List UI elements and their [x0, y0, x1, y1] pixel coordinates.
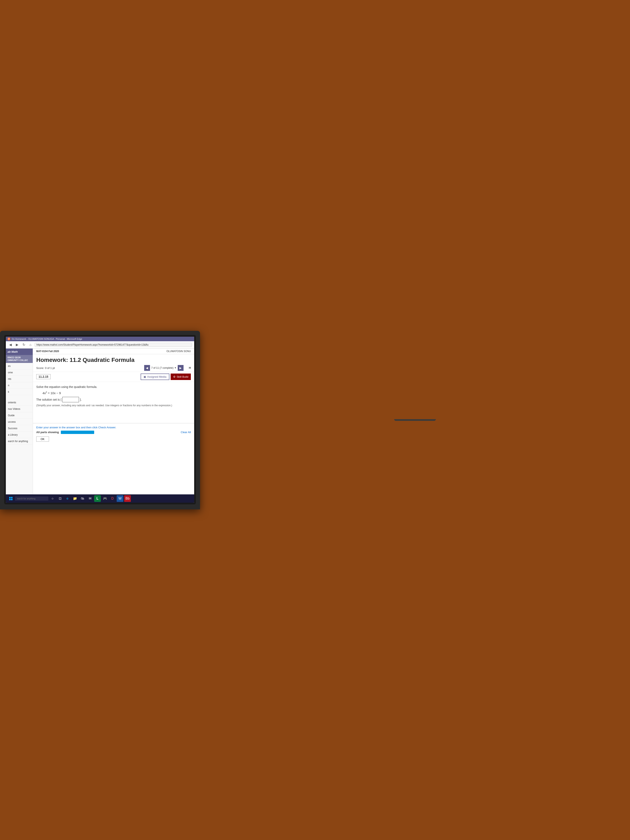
progress-dropdown[interactable]: ▼	[174, 367, 177, 369]
sidebar-item-uccess[interactable]: uccess	[6, 419, 33, 425]
taskbar: ○ ⊡ e 📁 🛍 ✉ L 🎮 D W Bb	[6, 494, 194, 503]
taskbar-bb-icon[interactable]: Bb	[124, 495, 131, 502]
solution-prefix: The solution set is {	[36, 398, 62, 401]
hint-text: (Simplify your answer, including any rad…	[36, 404, 191, 407]
score-value: 0 of 1 pt	[45, 366, 55, 369]
progress-text: 7 of 11 (7 complete) ▼	[151, 366, 177, 369]
parts-label: All parts showing	[36, 431, 59, 434]
refresh-button[interactable]: ↻	[21, 342, 26, 347]
laptop-stand	[394, 419, 436, 421]
taskbar-taskview-icon[interactable]: ⊡	[57, 495, 63, 502]
sidebar-item-ome[interactable]: ome	[6, 369, 33, 376]
taskbar-cortana-icon[interactable]: ○	[49, 495, 56, 502]
content-area: MAT-0104 Fall 2020 OLUWATOSIN SONU Homew…	[33, 349, 194, 494]
taskbar-word-icon[interactable]: W	[117, 495, 123, 502]
skill-icon: ⚙	[173, 375, 175, 378]
clear-all-button[interactable]: Clear All	[181, 431, 191, 434]
sidebar-item-library[interactable]: a Library	[6, 432, 33, 438]
progress-bar	[61, 431, 94, 434]
sidebar-item-contents[interactable]: ontents	[6, 399, 33, 406]
sidebar-school: RINCE GEOR OMMUNITY COLLEC	[6, 355, 33, 363]
taskbar-l-icon[interactable]: L	[94, 495, 101, 502]
school-line1: RINCE GEOR	[8, 356, 31, 359]
start-button[interactable]	[8, 495, 14, 502]
content-header: MAT-0104 Fall 2020 OLUWATOSIN SONU	[33, 349, 194, 354]
taskbar-mail-icon[interactable]: ✉	[87, 495, 93, 502]
course-title: MAT-0104 Fall 2020	[36, 350, 59, 353]
sidebar-item-nts[interactable]: nts	[6, 376, 33, 382]
answer-instruction: Enter your answer in the answer box and …	[36, 426, 191, 429]
question-content: Solve the equation using the quadratic f…	[33, 382, 194, 411]
question-instruction: Solve the equation using the quadratic f…	[36, 385, 191, 388]
score-display: Score: 0 of 1 pt	[36, 366, 55, 370]
solution-suffix: }.	[80, 398, 82, 401]
sidebar-item-es[interactable]: es	[6, 363, 33, 369]
user-name: OLUWATOSIN SONU	[166, 350, 191, 353]
action-buttons: ▣ Assigned Media ⚙ Skill Build	[141, 374, 191, 380]
assigned-media-button[interactable]: ▣ Assigned Media	[141, 374, 169, 380]
sidebar-item-n[interactable]: n	[6, 382, 33, 389]
sidebar-item-success[interactable]: Success	[6, 425, 33, 432]
browser-title: Do Homework - OLUWATOSIN SONUGA - Person…	[12, 338, 82, 340]
browser-titlebar: P Do Homework - OLUWATOSIN SONUGA - Pers…	[6, 337, 194, 341]
sidebar-item-guide[interactable]: Guide	[6, 412, 33, 419]
homework-title: Homework: 11.2 Quadratic Formula	[33, 354, 194, 364]
skill-build-button[interactable]: ⚙ Skill Build	[171, 374, 191, 380]
main-layout: ab Math RINCE GEOR OMMUNITY COLLEC es om…	[6, 349, 194, 494]
forward-button[interactable]: ▶	[14, 342, 20, 347]
taskbar-explorer-icon[interactable]: 📁	[72, 495, 78, 502]
back-button[interactable]: ◀	[8, 342, 13, 347]
score-nav-row: Score: 0 of 1 pt ◀ 7 of 11 (7 complete) …	[33, 364, 194, 372]
parts-row: All parts showing Clear All	[36, 431, 191, 434]
question-number: 11.2.15	[36, 374, 51, 379]
taskbar-store-icon[interactable]: 🛍	[79, 495, 86, 502]
question-header-row: 11.2.15 ▣ Assigned Media ⚙ Skill Build	[33, 372, 194, 382]
school-line2: OMMUNITY COLLEC	[8, 359, 31, 362]
sidebar-spacer	[6, 395, 33, 399]
taskbar-edge-icon[interactable]: e	[64, 495, 71, 502]
browser-favicon: P	[8, 338, 10, 340]
score-label: Score:	[36, 366, 44, 369]
answer-input-box[interactable]	[62, 397, 79, 402]
browser-addressbar: ◀ ▶ ↻ ⌂ https://www.mathxl.com/Student/P…	[6, 341, 194, 349]
sidebar-item-videos[interactable]: nus Videos	[6, 406, 33, 412]
media-icon: ▣	[144, 375, 146, 378]
taskbar-game-icon[interactable]: 🎮	[102, 495, 108, 502]
prev-question-button[interactable]: ◀	[144, 365, 150, 371]
help-button[interactable]: H	[189, 366, 191, 369]
taskbar-d-icon[interactable]: D	[109, 495, 116, 502]
answer-area: Enter your answer in the answer box and …	[33, 423, 194, 444]
equation: 4x2 = 10x − 9	[43, 391, 191, 395]
sidebar: ab Math RINCE GEOR OMMUNITY COLLEC es om…	[6, 349, 33, 494]
sidebar-item-search[interactable]: earch for anything	[6, 438, 33, 445]
sidebar-logo: ab Math	[6, 349, 33, 355]
solution-row: The solution set is { }.	[36, 397, 191, 402]
home-button[interactable]: ⌂	[28, 342, 33, 347]
next-question-button[interactable]: ▶	[178, 365, 183, 371]
ok-button[interactable]: OK	[36, 436, 49, 442]
sidebar-item-k[interactable]: k	[6, 389, 33, 395]
taskbar-search[interactable]	[15, 496, 48, 501]
nav-controls: ◀ 7 of 11 (7 complete) ▼ ▶ H	[144, 365, 191, 371]
address-bar[interactable]: https://www.mathxl.com/Student/PlayerHom…	[35, 343, 192, 347]
laptop-base	[4, 505, 196, 507]
